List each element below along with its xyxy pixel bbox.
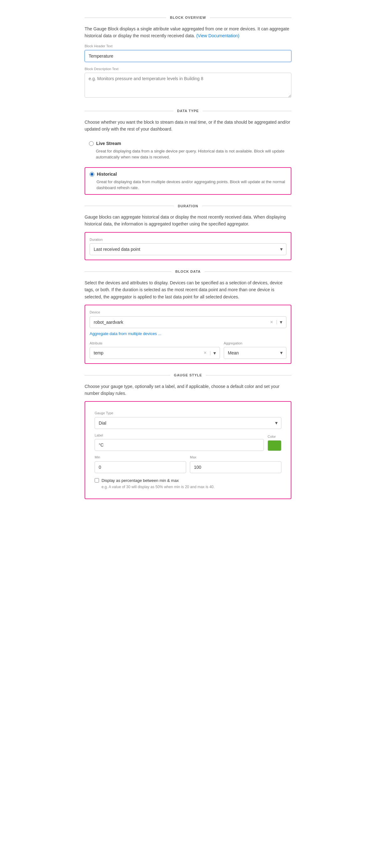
color-swatch[interactable] xyxy=(268,440,281,451)
device-separator: | xyxy=(275,319,279,326)
header-text-label: Block Header Text xyxy=(85,43,291,49)
color-field: Color xyxy=(268,434,281,451)
label-field: Label xyxy=(95,433,264,451)
aggregate-link[interactable]: Aggregate data from multiple devices ... xyxy=(90,331,162,337)
device-label: Device xyxy=(90,310,286,315)
duration-select-wrapper[interactable]: Last received data point Last 30 minutes… xyxy=(90,243,286,255)
gauge-style-title: GAUGE STYLE xyxy=(174,373,202,378)
max-input[interactable] xyxy=(190,461,281,473)
block-overview-description: The Gauge Block displays a single attrib… xyxy=(85,25,291,39)
block-overview-title: BLOCK OVERVIEW xyxy=(170,15,206,20)
live-stream-desc: Great for displaying data from a single … xyxy=(89,148,287,160)
duration-description: Gauge blocks can aggregate historical da… xyxy=(85,214,291,228)
attribute-input-wrapper: × | ▾ xyxy=(90,347,220,359)
device-input-wrapper: × | ▾ xyxy=(90,316,286,328)
duration-box: Duration Last received data point Last 3… xyxy=(85,232,291,260)
percentage-checkbox-label: Display as percentage between min & max … xyxy=(102,477,214,490)
attribute-clear-button[interactable]: × xyxy=(202,350,208,356)
attribute-label: Attribute xyxy=(90,341,220,346)
data-type-description: Choose whether you want the block to str… xyxy=(85,119,291,133)
gauge-type-label: Gauge Type xyxy=(95,410,281,416)
data-type-title: DATA TYPE xyxy=(177,108,199,114)
live-stream-radio[interactable] xyxy=(89,141,94,146)
duration-title: DURATION xyxy=(178,204,198,209)
aggregation-select[interactable]: Mean Min Max Sum Count First Last xyxy=(224,347,286,359)
gauge-style-description: Choose your gauge type, optionally set a… xyxy=(85,383,291,397)
aggregation-col: Aggregation Mean Min Max Sum Count First… xyxy=(224,341,286,359)
max-field: Max xyxy=(190,455,281,473)
device-clear-button[interactable]: × xyxy=(268,319,275,325)
view-documentation-link[interactable]: (View Documentation) xyxy=(196,33,239,38)
label-color-row: Label Color xyxy=(95,433,281,451)
block-data-box: Device × | ▾ Aggregate data from multipl… xyxy=(85,305,291,364)
duration-divider: DURATION xyxy=(85,204,291,209)
historical-option[interactable]: Historical Great for displaying data fro… xyxy=(85,167,291,195)
block-data-divider: BLOCK DATA xyxy=(85,269,291,274)
attribute-dropdown-button[interactable]: ▾ xyxy=(212,350,217,356)
device-input[interactable] xyxy=(92,317,268,328)
aggregation-select-wrapper[interactable]: Mean Min Max Sum Count First Last xyxy=(224,347,286,359)
historical-radio[interactable] xyxy=(90,172,94,177)
max-label: Max xyxy=(190,455,281,460)
label-text-label: Label xyxy=(95,433,264,438)
attribute-col: Attribute × | ▾ xyxy=(90,341,220,359)
percentage-checkbox[interactable] xyxy=(95,478,99,483)
live-stream-option[interactable]: Live Stream Great for displaying data fr… xyxy=(85,137,291,163)
percentage-checkbox-row: Display as percentage between min & max … xyxy=(95,477,281,490)
gauge-style-inner: Gauge Type Dial Number Bar Radial Label xyxy=(90,406,286,494)
block-desc-label: Block Description Text xyxy=(85,66,291,72)
label-input[interactable] xyxy=(95,439,264,451)
block-description-textarea[interactable] xyxy=(85,73,291,98)
aggregation-label: Aggregation xyxy=(224,341,286,346)
color-text-label: Color xyxy=(268,434,281,439)
min-input[interactable] xyxy=(95,461,186,473)
duration-select[interactable]: Last received data point Last 30 minutes… xyxy=(90,243,286,255)
gauge-style-box: Gauge Type Dial Number Bar Radial Label xyxy=(85,401,291,499)
gauge-type-select[interactable]: Dial Number Bar Radial xyxy=(95,417,281,429)
attribute-input[interactable] xyxy=(92,347,202,359)
device-dropdown-button[interactable]: ▾ xyxy=(279,319,284,325)
min-label: Min xyxy=(95,455,186,460)
data-type-divider: DATA TYPE xyxy=(85,108,291,114)
min-field: Min xyxy=(95,455,186,473)
historical-label: Historical xyxy=(97,171,117,178)
gauge-style-divider: GAUGE STYLE xyxy=(85,373,291,378)
attribute-aggregation-row: Attribute × | ▾ Aggregation Mean Min Max… xyxy=(90,341,286,359)
block-overview-divider: BLOCK OVERVIEW xyxy=(85,15,291,20)
gauge-type-select-wrapper[interactable]: Dial Number Bar Radial xyxy=(95,417,281,429)
attribute-separator: | xyxy=(208,350,212,356)
block-header-input[interactable] xyxy=(85,50,291,62)
block-data-title: BLOCK DATA xyxy=(175,269,201,274)
min-max-row: Min Max xyxy=(95,455,281,473)
historical-desc: Great for displaying data from multiple … xyxy=(90,179,286,191)
live-stream-label: Live Stream xyxy=(96,140,121,147)
duration-field-label: Duration xyxy=(90,237,286,242)
gauge-type-field: Gauge Type Dial Number Bar Radial xyxy=(95,410,281,429)
data-type-radio-group: Live Stream Great for displaying data fr… xyxy=(85,137,291,195)
percentage-checkbox-desc: e.g. A value of 30 will display as 50% w… xyxy=(102,484,214,490)
block-data-description: Select the devices and attributes to dis… xyxy=(85,279,291,300)
